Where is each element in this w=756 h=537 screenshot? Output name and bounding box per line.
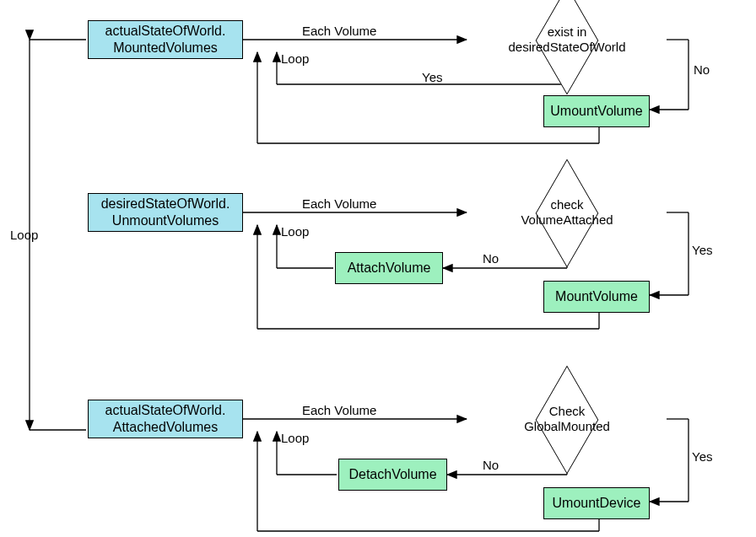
- decision-text-2: check VolumeAttached: [521, 197, 613, 228]
- branch-a-label-3: No: [483, 458, 499, 472]
- inner-loop-label-2: Loop: [281, 224, 309, 239]
- source-box-mounted-volumes: actualStateOfWorld. MountedVolumes: [88, 20, 243, 59]
- decision-text-3: Check GlobalMounted: [524, 404, 610, 434]
- edge-label-each-volume-3: Each Volume: [302, 403, 376, 417]
- action-umount-volume: UmountVolume: [543, 95, 650, 127]
- source-box-unmount-volumes: desiredStateOfWorld. UnmountVolumes: [88, 193, 243, 232]
- edge-label-each-volume-2: Each Volume: [302, 196, 376, 211]
- inner-loop-label-1: Loop: [281, 51, 309, 66]
- action-attach-volume: AttachVolume: [335, 252, 443, 284]
- edge-label-each-volume-1: Each Volume: [302, 24, 376, 38]
- decision-text-1: exist in desiredStateOfWorld: [509, 24, 626, 55]
- source-box-attached-volumes: actualStateOfWorld. AttachedVolumes: [88, 400, 243, 438]
- flowchart-canvas: Loop actualStateOfWorld. MountedVolumes …: [0, 0, 756, 537]
- branch-a-label-1: Yes: [422, 70, 442, 84]
- action-detach-volume: DetachVolume: [338, 459, 447, 491]
- branch-b-label-2: Yes: [692, 243, 712, 257]
- branch-b-label-1: No: [694, 62, 710, 77]
- action-mount-volume: MountVolume: [543, 281, 650, 313]
- action-umount-device: UmountDevice: [543, 487, 650, 519]
- inner-loop-label-3: Loop: [281, 431, 309, 445]
- branch-a-label-2: No: [483, 251, 499, 266]
- outer-loop-label: Loop: [10, 228, 38, 242]
- branch-b-label-3: Yes: [692, 449, 712, 464]
